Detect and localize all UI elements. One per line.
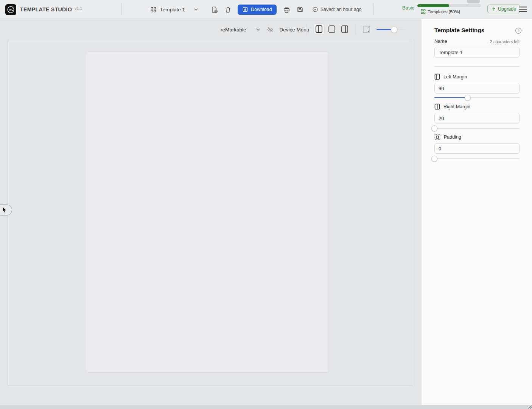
plan-badge: Basic bbox=[402, 5, 414, 11]
topbar-divider-left bbox=[121, 3, 122, 16]
panel-toggle-handle[interactable] bbox=[0, 204, 12, 215]
template-selector[interactable]: Template 1 bbox=[151, 7, 199, 12]
left-margin-slider[interactable] bbox=[434, 95, 520, 101]
usage-caption: Templates (50%) bbox=[421, 9, 481, 14]
printer-icon bbox=[283, 6, 290, 13]
logo-icon: e bbox=[5, 4, 16, 15]
version-label: v1.1 bbox=[75, 6, 82, 11]
templates-grid-icon bbox=[151, 7, 156, 12]
section-separator bbox=[434, 66, 520, 67]
brand-title: TEMPLATE STUDIO bbox=[20, 6, 72, 12]
padding-slider-thumb[interactable] bbox=[431, 156, 437, 162]
layout-no-margin-button[interactable] bbox=[326, 23, 338, 35]
left-margin-icon bbox=[434, 73, 440, 80]
device-menu-toggle[interactable]: Device Menu bbox=[267, 26, 310, 33]
left-margin-input[interactable] bbox=[434, 83, 520, 94]
download-label: Download bbox=[251, 7, 272, 12]
template-selector-label: Template 1 bbox=[160, 7, 185, 12]
panel-title: Template Settings bbox=[434, 27, 520, 34]
layout-left-margin-button[interactable] bbox=[313, 23, 325, 35]
file-plus-icon bbox=[211, 6, 218, 13]
left-margin-slider-thumb[interactable] bbox=[465, 95, 471, 101]
padding-icon bbox=[434, 134, 440, 140]
padding-label-row: Padding bbox=[434, 134, 520, 140]
help-button[interactable]: ? bbox=[515, 27, 522, 34]
canvas-resize-button[interactable] bbox=[362, 25, 371, 34]
usage-meter: Templates (50%) bbox=[417, 4, 481, 14]
name-input[interactable] bbox=[434, 47, 520, 58]
layout-right-margin-button[interactable] bbox=[339, 23, 350, 35]
bottom-strip bbox=[0, 405, 532, 409]
delete-template-button[interactable] bbox=[224, 6, 231, 13]
trash-icon bbox=[224, 6, 231, 13]
canvas-toolbar: reMarkable Device Menu bbox=[221, 25, 309, 34]
canvas-resize-icon bbox=[362, 25, 371, 34]
left-margin-slider-fill bbox=[434, 97, 468, 98]
right-margin-icon bbox=[434, 103, 440, 110]
chevron-down-icon bbox=[193, 7, 199, 12]
device-selector[interactable]: reMarkable bbox=[221, 27, 261, 33]
padding-input[interactable] bbox=[434, 143, 520, 154]
characters-left-hint: 2 characters left bbox=[490, 39, 520, 44]
margin-layout-group bbox=[313, 23, 350, 35]
usage-progress-fill bbox=[417, 4, 449, 7]
download-button[interactable]: Download bbox=[238, 5, 277, 15]
zoom-slider-thumb[interactable] bbox=[391, 27, 397, 33]
padding-label: Padding bbox=[444, 134, 461, 140]
check-circle-icon bbox=[312, 6, 318, 12]
layout-left-icon bbox=[315, 25, 323, 33]
brand: e TEMPLATE STUDIO v1.1 bbox=[5, 0, 82, 19]
name-label: Name bbox=[434, 39, 447, 44]
app-logo: e bbox=[5, 4, 16, 15]
top-scroll-pill bbox=[467, 0, 480, 3]
usage-progressbar bbox=[417, 4, 481, 7]
right-margin-label-row: Right Margin bbox=[434, 103, 520, 110]
right-margin-slider[interactable] bbox=[434, 125, 520, 131]
hamburger-icon bbox=[518, 6, 527, 12]
download-icon bbox=[242, 6, 248, 12]
right-margin-label: Right Margin bbox=[443, 104, 470, 109]
right-margin-slider-track[interactable] bbox=[434, 128, 520, 129]
main-menu-button[interactable] bbox=[518, 6, 527, 12]
settings-sidebar: Template Settings ? Name 2 characters le… bbox=[421, 19, 532, 409]
topbar-divider-right bbox=[373, 3, 374, 16]
padding-slider[interactable] bbox=[434, 156, 520, 162]
floppy-save-icon bbox=[297, 6, 303, 13]
document-actions: Download bbox=[211, 5, 362, 15]
templates-usage-grid-icon bbox=[421, 9, 426, 14]
device-selector-label: reMarkable bbox=[221, 27, 246, 33]
template-page[interactable] bbox=[87, 52, 328, 372]
canvas-area: reMarkable Device Menu bbox=[0, 19, 421, 409]
layout-plain-icon bbox=[328, 25, 336, 33]
arrow-up-icon bbox=[492, 7, 496, 11]
chevron-down-icon bbox=[255, 27, 261, 32]
toolbar-divider-2 bbox=[356, 24, 356, 35]
upgrade-button[interactable]: Upgrade bbox=[487, 5, 520, 13]
mouse-cursor bbox=[2, 207, 7, 213]
left-margin-label: Left Margin bbox=[443, 74, 467, 80]
toolbar-divider bbox=[306, 24, 307, 35]
usage-label: Templates (50%) bbox=[428, 9, 460, 14]
save-status: Saved: an hour ago bbox=[312, 6, 362, 12]
upgrade-label: Upgrade bbox=[498, 6, 516, 12]
layout-right-icon bbox=[341, 25, 348, 33]
saved-status-text: Saved: an hour ago bbox=[320, 7, 362, 12]
print-button[interactable] bbox=[283, 6, 290, 13]
new-template-button[interactable] bbox=[211, 6, 218, 13]
device-menu-label: Device Menu bbox=[280, 27, 310, 33]
right-margin-input[interactable] bbox=[434, 113, 520, 123]
resize-grip-icon[interactable] bbox=[528, 405, 532, 409]
zoom-slider[interactable] bbox=[376, 27, 405, 33]
content-area: reMarkable Device Menu bbox=[0, 19, 532, 409]
eye-off-icon bbox=[267, 26, 274, 33]
svg-text:e: e bbox=[9, 7, 12, 12]
topbar-center: Template 1 bbox=[151, 0, 362, 19]
padding-slider-track[interactable] bbox=[434, 158, 520, 159]
help-icon: ? bbox=[515, 27, 522, 34]
name-field-row: Name 2 characters left bbox=[434, 39, 520, 44]
right-margin-slider-thumb[interactable] bbox=[431, 125, 437, 131]
left-margin-label-row: Left Margin bbox=[434, 73, 520, 80]
save-button[interactable] bbox=[297, 6, 303, 13]
topbar: e TEMPLATE STUDIO v1.1 Template 1 bbox=[0, 0, 532, 19]
svg-text:?: ? bbox=[517, 29, 519, 33]
